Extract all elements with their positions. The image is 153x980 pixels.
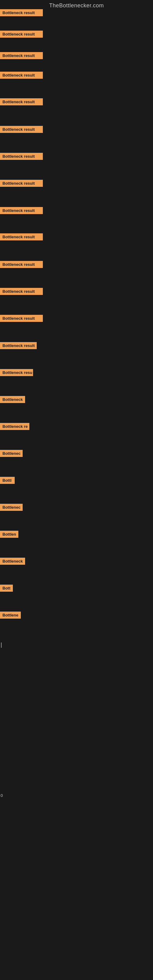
bottleneck-result-badge: Bottleneck result	[0, 72, 43, 79]
bottleneck-result-badge: Bottleneck result	[0, 288, 43, 295]
bottleneck-result-badge: Bott	[0, 585, 13, 592]
bottleneck-result-badge: Bottleneck result	[0, 9, 43, 16]
small-character: 0	[1, 793, 3, 798]
bottleneck-result-badge: Bottl	[0, 477, 15, 484]
bottleneck-result-badge: Bottleneck result	[0, 98, 43, 105]
bottleneck-result-badge: Bottleneck result	[0, 261, 43, 268]
bottleneck-result-badge: Bottleneck resu	[0, 369, 33, 376]
bottleneck-result-badge: Bottleneck result	[0, 126, 43, 133]
bottleneck-result-badge: Bottleneck result	[0, 180, 43, 187]
bottleneck-result-badge: Bottleneck	[0, 558, 25, 565]
bottleneck-result-badge: Bottleneck result	[0, 207, 43, 214]
text-cursor: |	[1, 641, 2, 648]
bottleneck-result-badge: Bottleneck result	[0, 315, 43, 322]
bottleneck-result-badge: Bottleneck result	[0, 52, 43, 59]
bottleneck-result-badge: Bottleneck result	[0, 30, 43, 38]
bottleneck-result-badge: Bottleneck result	[0, 342, 37, 349]
bottleneck-result-badge: Bottleneck result	[0, 233, 43, 240]
bottleneck-result-badge: Bottleneck	[0, 396, 25, 403]
bottleneck-result-badge: Bottlenec	[0, 450, 22, 457]
bottleneck-result-badge: Bottlenec	[0, 504, 22, 511]
bottleneck-result-badge: Bottleneck result	[0, 153, 43, 160]
bottleneck-result-badge: Bottleneck re	[0, 423, 29, 430]
bottleneck-result-badge: Bottlene	[0, 612, 21, 619]
bottleneck-result-badge: Bottlen	[0, 531, 18, 538]
